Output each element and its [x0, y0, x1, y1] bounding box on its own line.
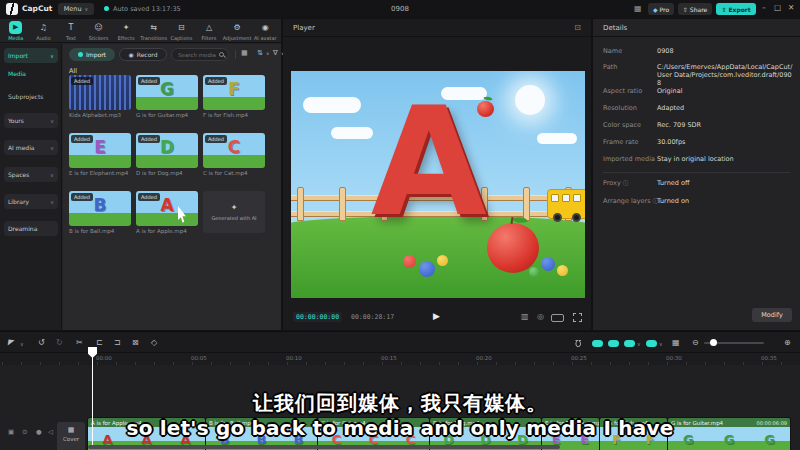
- info-icon: ⓘ: [623, 180, 629, 186]
- snapshot-icon[interactable]: ◎: [537, 312, 544, 321]
- field-value-name: 0908: [657, 47, 793, 55]
- sidebar-item-yours[interactable]: Yours ∨: [4, 113, 58, 128]
- generated-with-ai-tile[interactable]: ✦ Generated with AI: [203, 191, 265, 233]
- main-track-magnet-icon[interactable]: [608, 340, 619, 347]
- zoom-slider-knob[interactable]: [710, 339, 717, 346]
- titlebar: CapCut Menu ∨ Auto saved 13:17:35 0908 ▦…: [0, 0, 800, 18]
- timeline-zoom-slider[interactable]: [704, 342, 764, 344]
- media-item-a-apple[interactable]: Added A A is for Apple.mp4: [136, 191, 198, 234]
- redo-icon[interactable]: ↻: [56, 338, 63, 347]
- play-button[interactable]: ▶: [433, 311, 440, 321]
- record-button[interactable]: ◉ Record: [119, 48, 167, 61]
- sidebar-item-dreamina[interactable]: Dreamina: [4, 221, 58, 236]
- grid-view-icon[interactable]: ▦: [241, 49, 248, 57]
- maximize-button[interactable]: □: [774, 3, 781, 12]
- magnet-icon[interactable]: Ω: [575, 338, 581, 347]
- sidebar-item-library[interactable]: Library ∨: [4, 194, 58, 209]
- sidebar-item-spaces[interactable]: Spaces ∨: [4, 167, 58, 182]
- apple-graphic: [487, 223, 539, 273]
- media-item-kids-alphabet[interactable]: Added Kids Alphabet.mp3: [69, 75, 131, 118]
- cloud-graphic: [331, 127, 373, 139]
- ruler-label: 00:10: [286, 355, 302, 361]
- tab-adjustment[interactable]: ⚙ Adjustment: [223, 20, 252, 42]
- tab-audio[interactable]: ♫ Audio: [30, 20, 58, 42]
- filter-all-label[interactable]: All: [69, 67, 77, 75]
- ball-graphic: [529, 267, 539, 277]
- cloud-graphic: [537, 133, 577, 144]
- minimize-button[interactable]: –: [762, 3, 766, 12]
- layout-icon[interactable]: ▦: [634, 4, 642, 14]
- sidebar-item-subprojects[interactable]: Subprojects: [8, 93, 43, 100]
- field-value-aspect-ratio[interactable]: Original: [657, 87, 793, 95]
- media-panel: ▶ Media ♫ Audio T Text ☺ Stickers ✦ Effe…: [0, 19, 281, 330]
- sidebar-item-media[interactable]: Media: [8, 70, 26, 77]
- delete-icon[interactable]: ⊠: [132, 338, 139, 347]
- close-button[interactable]: ✕: [788, 3, 794, 12]
- tab-text[interactable]: T Text: [57, 20, 85, 42]
- preview-frame-icon[interactable]: ▦: [672, 338, 680, 347]
- fence-post: [297, 187, 304, 221]
- media-item-b-ball[interactable]: Added B B is for Ball.mp4: [69, 191, 131, 234]
- delete-left-icon[interactable]: ⊏: [96, 338, 103, 347]
- sidebar-item-ai-media[interactable]: AI media ∨: [4, 140, 58, 155]
- panel-options-icon[interactable]: ⊡: [574, 23, 581, 32]
- filter-icon[interactable]: ∇: [273, 49, 278, 57]
- link-toggle-icon[interactable]: [592, 340, 603, 347]
- quality-icon[interactable]: [551, 314, 564, 322]
- ball-graphic: [557, 265, 568, 276]
- tab-stickers[interactable]: ☺ Stickers: [85, 20, 113, 42]
- player-controls: 00:00:00:00 00:00:28:17 ▶ ▥ ◎: [283, 308, 591, 326]
- media-item-g-guitar[interactable]: Added G G is for Guitar.mp4: [136, 75, 198, 118]
- field-value-frame-rate[interactable]: 30.00fps: [657, 138, 793, 146]
- import-button[interactable]: Import: [69, 48, 115, 61]
- zoom-out-icon[interactable]: ⊖: [692, 338, 699, 347]
- field-label: Imported media: [603, 155, 655, 163]
- delete-right-icon[interactable]: ⊐: [114, 338, 121, 347]
- tab-filters[interactable]: △ Filters: [195, 20, 223, 42]
- field-label: Name: [603, 47, 622, 55]
- auto-ripple-icon[interactable]: [624, 340, 635, 347]
- tab-ai-avatar[interactable]: ◉ AI avatar: [251, 20, 279, 42]
- field-value-imported-media[interactable]: Stay in original location: [657, 155, 793, 163]
- select-tool-icon[interactable]: ◤: [7, 338, 14, 348]
- field-value-resolution[interactable]: Adapted: [657, 104, 793, 112]
- split-icon[interactable]: ✂: [76, 338, 83, 347]
- sun-graphic: [515, 85, 545, 115]
- media-item-f-fish[interactable]: Added F F is for Fish.mp4: [203, 75, 265, 118]
- ruler-label: 00:05: [191, 355, 207, 361]
- field-value-color-space[interactable]: Rec. 709 SDR: [657, 121, 793, 129]
- export-icon: ⇧: [721, 6, 726, 13]
- timeline-ruler[interactable]: 00:00 00:05 00:10 00:15 00:20 00:25 00:3…: [0, 353, 800, 365]
- sidebar-item-import[interactable]: Import ∨: [4, 48, 58, 63]
- media-item-c-cat[interactable]: Added C C is for Cat.mp4: [203, 133, 265, 176]
- undo-icon[interactable]: ↺: [38, 338, 45, 347]
- chevron-down-icon[interactable]: ∨: [659, 340, 663, 349]
- sort-icon[interactable]: ⇅: [257, 49, 263, 57]
- media-item-e-elephant[interactable]: Added E E is for Elephant.mp4: [69, 133, 131, 176]
- tab-effects[interactable]: ✦ Effects: [112, 20, 140, 42]
- field-value-arrange-layers[interactable]: Turned on: [657, 197, 793, 205]
- pro-button[interactable]: ◆ Pro: [648, 3, 674, 15]
- fullscreen-icon[interactable]: [573, 313, 582, 322]
- chevron-down-icon[interactable]: ∨: [20, 340, 24, 349]
- share-button[interactable]: ⇧ Share: [678, 3, 712, 15]
- import-dot-icon: [78, 52, 83, 57]
- export-button[interactable]: ⇧ Export: [716, 3, 756, 15]
- record-icon: ◉: [129, 51, 134, 58]
- small-apple-graphic: [477, 101, 494, 117]
- field-value-proxy[interactable]: Turned off: [657, 179, 793, 187]
- tab-captions[interactable]: ⊟ Captions: [168, 20, 196, 42]
- tab-transitions[interactable]: ⇆ Transitions: [140, 20, 168, 42]
- keyframe-icon[interactable]: ◇: [151, 338, 157, 347]
- chevron-down-icon[interactable]: ∨: [637, 340, 641, 349]
- modify-button[interactable]: Modify: [752, 308, 792, 322]
- total-time: 00:00:28:17: [351, 313, 394, 321]
- ratio-icon[interactable]: ▥: [521, 312, 529, 321]
- tab-media[interactable]: ▶ Media: [2, 20, 30, 42]
- media-item-d-dog[interactable]: Added D D is for Dog.mp4: [136, 133, 198, 176]
- pro-diamond-icon: ◆: [653, 6, 658, 13]
- share-label: Share: [690, 6, 707, 13]
- timeline-horizontal-scrollbar[interactable]: [88, 445, 560, 449]
- zoom-in-icon[interactable]: ⊕: [784, 338, 791, 347]
- track-link-icon[interactable]: [646, 340, 657, 347]
